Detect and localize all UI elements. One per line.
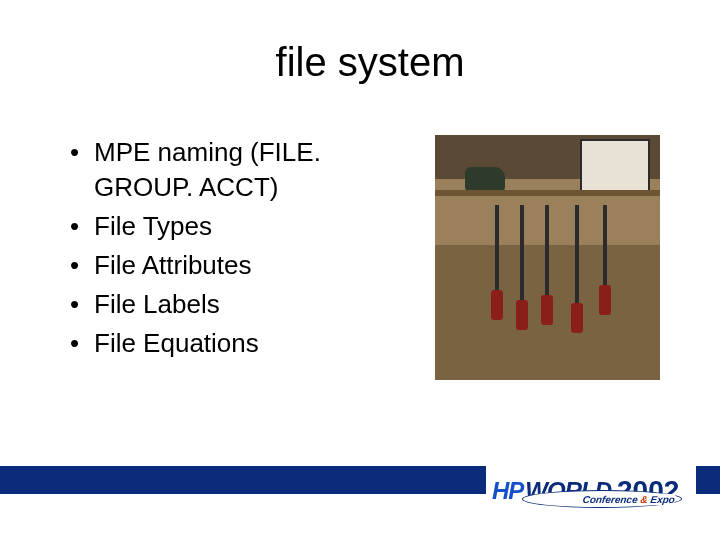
slide: file system MPE naming (FILE. GROUP. ACC… bbox=[0, 0, 720, 540]
bullet-text: File Attributes bbox=[94, 250, 252, 280]
bullet-text: File Labels bbox=[94, 289, 220, 319]
framed-photo-icon bbox=[580, 139, 650, 194]
tool-handle-icon bbox=[599, 285, 611, 315]
logo-sub-conference: Conference bbox=[582, 494, 639, 505]
workbench-image bbox=[435, 135, 660, 380]
bullet-item: File Labels bbox=[70, 287, 410, 322]
bullet-item: File Equations bbox=[70, 326, 410, 361]
logo-subtitle: Conference & Expo bbox=[582, 494, 676, 505]
bullet-item: MPE naming (FILE. GROUP. ACCT) bbox=[70, 135, 410, 205]
bullet-item: File Types bbox=[70, 209, 410, 244]
dinosaur-figurine-icon bbox=[465, 167, 505, 191]
logo-hp-text: HP bbox=[492, 477, 523, 505]
slide-title: file system bbox=[70, 40, 670, 85]
hpworld-logo: HP WORLD 2002 Conference & Expo bbox=[486, 462, 696, 520]
tool-handle-icon bbox=[516, 300, 528, 330]
bullet-text: File Equations bbox=[94, 328, 259, 358]
bullet-item: File Attributes bbox=[70, 248, 410, 283]
tool-handle-icon bbox=[541, 295, 553, 325]
logo-sub-amp: & bbox=[640, 494, 649, 505]
bullet-list: MPE naming (FILE. GROUP. ACCT) File Type… bbox=[70, 135, 410, 366]
tool-handle-icon bbox=[491, 290, 503, 320]
pliers-icon bbox=[575, 205, 579, 310]
logo-sub-expo: Expo bbox=[650, 494, 676, 505]
content-row: MPE naming (FILE. GROUP. ACCT) File Type… bbox=[70, 135, 670, 380]
bullet-text: File Types bbox=[94, 211, 212, 241]
pliers-icon bbox=[520, 205, 524, 305]
pliers-icon bbox=[495, 205, 499, 295]
pliers-icon bbox=[545, 205, 549, 300]
shelf-icon bbox=[435, 190, 660, 196]
pliers-icon bbox=[603, 205, 607, 290]
bullet-text: MPE naming (FILE. GROUP. ACCT) bbox=[94, 137, 321, 202]
tool-handle-icon bbox=[571, 303, 583, 333]
